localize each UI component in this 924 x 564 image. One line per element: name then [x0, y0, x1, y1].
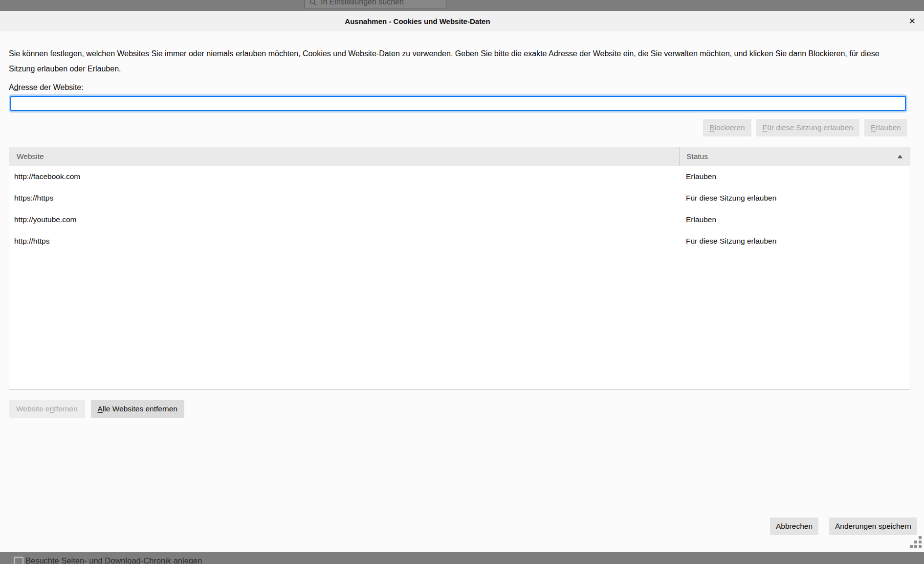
allow-button[interactable]: Erlauben: [864, 119, 907, 136]
cancel-button[interactable]: Abbrechen: [770, 518, 818, 535]
remove-button-row: Website entfernen Alle Websites entferne…: [9, 400, 184, 418]
column-header-status-label: Status: [686, 152, 708, 161]
allow-session-button[interactable]: Für diese Sitzung erlauben: [756, 119, 859, 136]
save-changes-button[interactable]: Änderungen speichern: [829, 518, 917, 535]
row-website-cell: http://facebook.com: [9, 172, 679, 181]
footer-button-row: Abbrechen Änderungen speichern: [770, 518, 917, 535]
dialog-description: Sie können festlegen, welchen Websites S…: [9, 46, 909, 76]
column-header-website[interactable]: Website: [9, 147, 679, 166]
row-status-cell: Für diese Sitzung erlauben: [679, 237, 910, 246]
modal-overlay-top: In Einstellungen suchen: [0, 0, 924, 11]
row-status-cell: Erlauben: [679, 172, 910, 181]
description-line-2: Sitzung erlauben oder Erlauben.: [9, 61, 909, 76]
resize-grip[interactable]: [910, 536, 922, 548]
settings-search-box: In Einstellungen suchen: [304, 0, 446, 8]
row-status-cell: Für diese Sitzung erlauben: [679, 194, 910, 203]
history-checkbox-label: Besuchte Seiten- und Download-Chronik an…: [25, 556, 202, 564]
table-body: http://facebook.com Erlauben https://htt…: [9, 166, 910, 389]
settings-search-text: In Einstellungen suchen: [321, 0, 404, 6]
row-website-cell: http://https: [9, 237, 679, 246]
table-row[interactable]: http://facebook.com Erlauben: [9, 166, 910, 187]
history-checkbox: [14, 557, 23, 564]
row-website-cell: http://youtube.com: [9, 215, 679, 224]
table-header: Website Status: [9, 147, 910, 166]
table-row[interactable]: https://https Für diese Sitzung erlauben: [9, 187, 910, 209]
dialog-titlebar: Ausnahmen - Cookies und Website-Daten ✕: [0, 11, 924, 31]
remove-all-websites-button[interactable]: Alle Websites entfernen: [91, 400, 184, 418]
dialog-title: Ausnahmen - Cookies und Website-Daten: [345, 17, 490, 25]
description-line-1: Sie können festlegen, welchen Websites S…: [9, 46, 909, 61]
address-label: Adresse der Website:: [9, 83, 84, 92]
block-button[interactable]: Blockieren: [703, 119, 751, 136]
exceptions-table: Website Status http://facebook.com Erlau…: [9, 147, 910, 390]
column-header-status[interactable]: Status: [679, 147, 910, 166]
address-input[interactable]: [10, 96, 906, 111]
action-button-row: Blockieren Für diese Sitzung erlauben Er…: [703, 119, 907, 136]
remove-website-button[interactable]: Website entfernen: [9, 400, 85, 418]
row-website-cell: https://https: [9, 194, 679, 203]
close-icon[interactable]: ✕: [908, 16, 917, 26]
firefox-settings-screen: In Einstellungen suchen Ausnahmen - Cook…: [0, 0, 924, 564]
dialog-body: Sie können festlegen, welchen Websites S…: [0, 32, 924, 552]
table-row[interactable]: http://https Für diese Sitzung erlauben: [9, 230, 910, 252]
modal-overlay-bottom: Besuchte Seiten- und Download-Chronik an…: [0, 552, 924, 564]
search-icon: [309, 0, 317, 6]
sort-ascending-icon: [898, 155, 902, 158]
table-row[interactable]: http://youtube.com Erlauben: [9, 209, 910, 230]
row-status-cell: Erlauben: [679, 215, 910, 224]
